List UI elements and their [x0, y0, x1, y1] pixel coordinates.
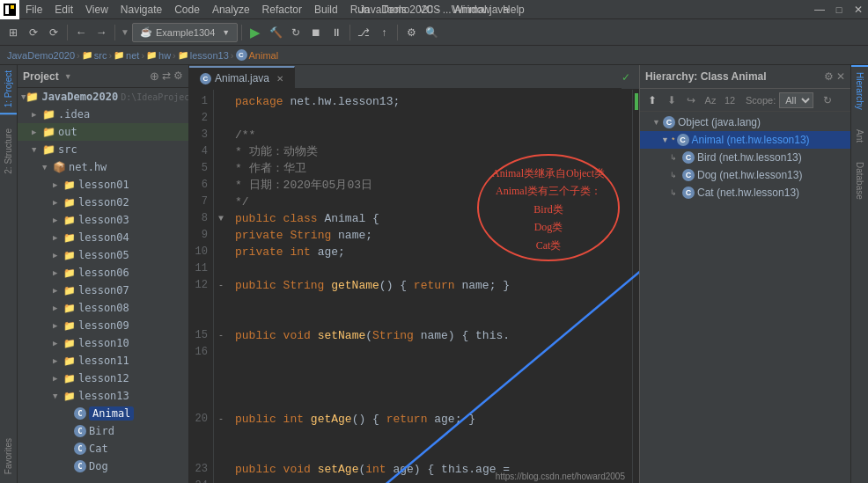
tree-item-dog[interactable]: C Dog	[18, 457, 188, 475]
menu-view[interactable]: View	[79, 0, 114, 19]
close-button[interactable]: ✕	[849, 0, 868, 19]
right-tab-database[interactable]: Database	[851, 157, 868, 205]
breadcrumb-animal[interactable]: Animal	[249, 50, 279, 61]
tree-item-lesson11[interactable]: ▶ 📁 lesson11	[18, 352, 188, 370]
editor-tab-animal[interactable]: C Animal.java ✕	[189, 66, 295, 89]
tree-item-lesson05[interactable]: ▶ 📁 lesson05	[18, 246, 188, 264]
h-item-animal[interactable]: ▼ * C Animal (net.hw.lesson13)	[640, 131, 850, 149]
side-tab-project[interactable]: 1: Project	[0, 65, 17, 114]
tree-item-lesson06[interactable]: ▶ 📁 lesson06	[18, 264, 188, 282]
reload-button[interactable]: ↻	[286, 23, 305, 42]
toolbar-btn-stop[interactable]: ⏸	[327, 23, 346, 42]
out-label: out	[58, 126, 77, 138]
tree-item-bird[interactable]: C Bird	[18, 422, 188, 440]
tree-item-out[interactable]: ▶ 📁 out	[18, 123, 188, 141]
tree-item-animal[interactable]: C Animal	[18, 405, 188, 422]
tree-item-lesson03[interactable]: ▶ 📁 lesson03	[18, 211, 188, 229]
settings-button[interactable]: ⚙	[401, 23, 421, 42]
lesson08-icon: 📁	[63, 303, 76, 314]
tree-item-nethw[interactable]: ▼ 📦 net.hw	[18, 158, 188, 176]
code-line-12: public String getName() { return name; }	[235, 277, 625, 294]
search-everywhere-button[interactable]: 🔍	[422, 23, 441, 42]
panel-settings-icon[interactable]: ⚙	[173, 70, 183, 83]
code-text[interactable]: package net.hw.lesson13; /** * 功能：动物类 * …	[228, 90, 632, 483]
tree-item-idea[interactable]: ▶ 📁 .idea	[18, 106, 188, 123]
tab-close-icon[interactable]: ✕	[276, 74, 283, 84]
hierarchy-btn-sub[interactable]: ↪	[682, 91, 700, 109]
run-config-dropdown[interactable]: ☕ Example1304 ▼	[132, 23, 238, 42]
right-tab-hierarchy[interactable]: Hierarchy	[851, 65, 868, 115]
dog-hier-label: Dog (net.hw.lesson13)	[697, 169, 802, 181]
tree-item-lesson12[interactable]: ▶ 📁 lesson12	[18, 370, 188, 387]
menu-file[interactable]: File	[19, 0, 48, 19]
breadcrumb-src[interactable]: src	[94, 50, 107, 61]
menu-analyze[interactable]: Analyze	[206, 0, 256, 19]
lesson04-label: lesson04	[78, 231, 129, 244]
minimize-button[interactable]: —	[810, 0, 829, 19]
idea-label: .idea	[58, 108, 90, 121]
toolbar-btn-run2[interactable]: ⏹	[306, 23, 326, 42]
lesson10-icon: 📁	[63, 338, 76, 349]
tree-item-lesson13[interactable]: ▼ 📁 lesson13	[18, 387, 188, 405]
code-line-1: package net.hw.lesson13;	[235, 93, 625, 110]
menu-edit[interactable]: Edit	[48, 0, 79, 19]
hierarchy-sort-num[interactable]: 12	[721, 91, 739, 109]
menu-build[interactable]: Build	[308, 0, 344, 19]
h-item-bird[interactable]: ↳ C Bird (net.hw.lesson13)	[640, 149, 850, 166]
tree-item-cat[interactable]: C Cat	[18, 440, 188, 457]
error-gutter	[632, 90, 639, 483]
panel-add-icon[interactable]: ⊕	[150, 70, 159, 83]
hierarchy-close-icon[interactable]: ✕	[836, 70, 845, 83]
tree-root[interactable]: ▼ 📁 JavaDemo2020 D:\IdeaProjects\JavaDe.…	[18, 88, 188, 106]
tree-item-lesson04[interactable]: ▶ 📁 lesson04	[18, 229, 188, 246]
tree-item-lesson01[interactable]: ▶ 📁 lesson01	[18, 176, 188, 194]
panel-dropdown-icon[interactable]: ▼	[64, 72, 72, 81]
tree-item-lesson10[interactable]: ▶ 📁 lesson10	[18, 334, 188, 352]
git-button[interactable]: ⎇	[354, 23, 373, 42]
cat-hier-label: Cat (net.hw.lesson13)	[697, 187, 799, 199]
toolbar-btn-2[interactable]: ⟳	[24, 23, 43, 42]
right-tab-ant[interactable]: Ant	[851, 124, 868, 148]
scope-dropdown[interactable]: All	[779, 92, 813, 108]
lesson09-icon: 📁	[63, 320, 76, 332]
menu-refactor[interactable]: Refactor	[256, 0, 308, 19]
h-item-object[interactable]: ▼ C Object (java.lang)	[640, 113, 850, 131]
scope-label: Scope:	[746, 95, 776, 106]
window-title: JavaDemo2020 - ...\Animal.java	[359, 4, 509, 16]
side-tab-favorites[interactable]: Favorites	[0, 433, 17, 479]
toolbar-btn-1[interactable]: ⊞	[4, 23, 23, 42]
hierarchy-settings-icon[interactable]: ⚙	[824, 70, 834, 83]
hierarchy-title: Hierarchy: Class Animal	[645, 70, 767, 83]
h-item-cat[interactable]: ↳ C Cat (net.hw.lesson13)	[640, 184, 850, 201]
tree-item-lesson08[interactable]: ▶ 📁 lesson08	[18, 299, 188, 317]
toolbar-separator-2	[114, 25, 115, 40]
panel-sync-icon[interactable]: ⇄	[162, 70, 171, 83]
h-item-dog[interactable]: ↳ C Dog (net.hw.lesson13)	[640, 166, 850, 184]
breadcrumb-folder-icon-net: 📁	[114, 50, 124, 60]
forward-button[interactable]: →	[92, 23, 111, 42]
breadcrumb-project[interactable]: JavaDemo2020	[7, 50, 75, 61]
run-button[interactable]: ▶	[246, 23, 265, 42]
toolbar-btn-3[interactable]: ⟳	[44, 23, 63, 42]
run-config-arrow[interactable]: ▼	[119, 23, 131, 42]
src-label: src	[58, 143, 77, 156]
tree-item-lesson07[interactable]: ▶ 📁 lesson07	[18, 282, 188, 299]
tree-item-lesson02[interactable]: ▶ 📁 lesson02	[18, 194, 188, 211]
hierarchy-btn-up[interactable]: ⬆	[644, 91, 661, 109]
hierarchy-btn-down[interactable]: ⬇	[663, 91, 680, 109]
build-button[interactable]: 🔨	[266, 23, 285, 42]
menu-code[interactable]: Code	[168, 0, 206, 19]
tree-item-lesson09[interactable]: ▶ 📁 lesson09	[18, 317, 188, 334]
maximize-button[interactable]: □	[829, 0, 849, 19]
side-tab-structure[interactable]: 2: Structure	[0, 123, 17, 179]
breadcrumb-lesson13[interactable]: lesson13	[190, 50, 229, 61]
hierarchy-refresh-btn[interactable]: ↻	[819, 91, 836, 109]
vcs-button[interactable]: ↑	[374, 23, 394, 42]
tree-item-src[interactable]: ▼ 📁 src	[18, 141, 188, 158]
menu-navigate[interactable]: Navigate	[114, 0, 168, 19]
lesson07-label: lesson07	[78, 284, 129, 296]
back-button[interactable]: ←	[71, 23, 91, 42]
breadcrumb-net[interactable]: net	[126, 50, 139, 61]
hierarchy-sort-alpha[interactable]: Az	[702, 91, 719, 109]
breadcrumb-hw[interactable]: hw	[158, 50, 171, 61]
